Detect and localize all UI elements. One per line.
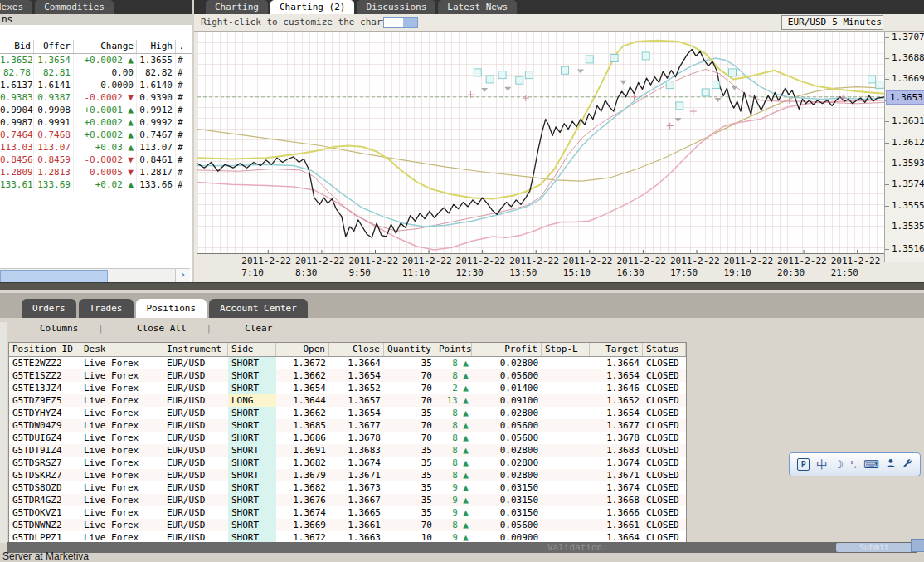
quote-row[interactable]: 0.99040.9908+0.0001 ▲0.9912# — [0, 104, 192, 116]
chart-tab-charting[interactable]: Charting — [206, 0, 268, 14]
position-cell-quantity: 35 — [384, 469, 435, 481]
positions-header-side[interactable]: Side — [228, 343, 276, 356]
positions-header-profit[interactable]: Profit — [472, 343, 542, 356]
position-cell-target: 1.3674 — [590, 457, 643, 469]
chart-link-icon[interactable]: # — [175, 66, 187, 79]
position-row[interactable]: G5TDNWNZ2Live ForexEUR/USDSHORT1.36691.3… — [9, 519, 686, 531]
positions-header-points[interactable]: Points — [435, 343, 472, 356]
position-row[interactable]: G5TDW04Z9Live ForexEUR/USDSHORT1.36851.3… — [9, 419, 686, 432]
quotes-header-change[interactable]: Change — [73, 40, 136, 53]
chart-link-icon[interactable]: # — [175, 141, 187, 154]
positions-header-target[interactable]: Target — [590, 343, 643, 356]
position-cell-instrument: EUR/USD — [163, 481, 228, 494]
positions-header-position-id[interactable]: Position ID — [9, 343, 80, 356]
positions-header-status[interactable]: Status — [643, 343, 686, 356]
quotes-header-[interactable]: . — [175, 40, 187, 53]
chart-tab-latest-news[interactable]: Latest News — [438, 0, 517, 14]
positions-header-desk[interactable]: Desk — [80, 343, 163, 356]
position-row[interactable]: G5TE1SZZ2Live ForexEUR/USDSHORT1.36621.3… — [9, 369, 686, 382]
scrollbar-thumb[interactable] — [0, 270, 108, 283]
chart-link-icon[interactable]: # — [175, 116, 187, 129]
action-columns[interactable]: Columns — [40, 318, 78, 340]
position-row[interactable]: G5TDUI6Z4Live ForexEUR/USDSHORT1.36861.3… — [9, 432, 686, 444]
position-cell-position-id: G5TDUI6Z4 — [9, 432, 80, 444]
collapsed-side-strip[interactable] — [0, 322, 7, 543]
position-row[interactable]: G5TDOKVZ1Live ForexEUR/USDSHORT1.36741.3… — [9, 506, 686, 519]
position-row[interactable]: G5TDYHYZ4Live ForexEUR/USDSHORT1.36621.3… — [9, 407, 686, 419]
instrument-label[interactable]: EUR/USD — [781, 15, 833, 30]
position-row[interactable]: G5TDT9IZ4Live ForexEUR/USDSHORT1.36911.3… — [9, 444, 686, 457]
left-tabbar: dexesCommodities — [0, 0, 192, 14]
chart-link-icon[interactable]: # — [175, 104, 187, 116]
keyboard-icon[interactable]: ⌨ — [863, 459, 879, 470]
positions-header-stop-l[interactable]: Stop-L — [542, 343, 590, 356]
chinese-mode-icon[interactable]: 中 — [816, 459, 827, 470]
positions-header-close[interactable]: Close — [329, 343, 384, 356]
user-icon[interactable] — [886, 458, 896, 471]
bottom-tab-orders[interactable]: Orders — [22, 299, 76, 318]
position-row[interactable]: G5TDZ9EZ5Live ForexEUR/USDLONG1.36441.36… — [9, 394, 686, 407]
chart-plot[interactable] — [197, 32, 884, 254]
validation-submit-button[interactable]: Submit — [836, 543, 912, 552]
action-close-all[interactable]: Close All — [137, 318, 187, 340]
position-cell-desk: Live Forex — [80, 469, 163, 481]
quote-row[interactable]: 1.28091.2813-0.0005 ▼1.2817# — [0, 166, 192, 178]
positions-header-open[interactable]: Open — [276, 343, 329, 356]
quotes-header-bid[interactable]: Bid — [0, 40, 33, 53]
chart-tab-discussions[interactable]: Discussions — [357, 0, 435, 14]
y-tick — [885, 184, 889, 185]
chart-link-icon[interactable]: # — [175, 166, 187, 178]
positions-header-quantity[interactable]: Quantity — [384, 343, 435, 356]
chart-link-icon[interactable]: # — [175, 54, 187, 66]
quotes-panel: dexesCommodities ns BidOfferChangeHigh. … — [0, 0, 192, 284]
offer-cell: 1.6141 — [33, 79, 73, 91]
positions-header-instrument[interactable]: Instrument — [163, 343, 228, 356]
position-row[interactable]: G5TDR4GZ2Live ForexEUR/USDSHORT1.36761.3… — [9, 494, 686, 506]
timeframe-label[interactable]: 5 Minutes — [831, 15, 883, 30]
quote-row[interactable]: 0.99870.9991+0.0002 ▲0.9992# — [0, 116, 192, 129]
chart-link-icon[interactable]: # — [175, 91, 187, 104]
quotes-hscrollbar[interactable]: › — [0, 268, 190, 283]
pinyin-indicator-icon[interactable]: P — [797, 458, 810, 471]
quote-row[interactable]: 1.36521.3654+0.0002 ▲1.3655# — [0, 54, 192, 66]
wrench-icon[interactable] — [902, 458, 912, 471]
left-tab-commodities[interactable]: Commodities — [35, 0, 114, 14]
chart-tab-charting-2[interactable]: Charting (2) — [270, 0, 354, 14]
quote-row[interactable]: 82.7882.810.0082.82# — [0, 66, 192, 79]
quote-row[interactable]: 0.93830.9387-0.0002 ▼0.9390# — [0, 91, 192, 104]
quote-row[interactable]: 1.61371.61410.00001.6140# — [0, 79, 192, 91]
position-cell-close: 1.3657 — [329, 394, 384, 407]
quote-row[interactable]: 133.61133.69+0.02 ▲133.66# — [0, 178, 192, 191]
chart-link-icon[interactable]: # — [175, 154, 187, 166]
x-axis-label: 2011-2-229:50 — [349, 256, 409, 279]
quotes-section-label: ns — [0, 14, 193, 25]
left-tab-dexes[interactable]: dexes — [0, 0, 32, 14]
change-cell: -0.0005 ▼ — [73, 166, 136, 178]
quote-row[interactable]: 0.84560.8459-0.0002 ▼0.8461# — [0, 154, 192, 166]
bottom-tab-account-center[interactable]: Account Center — [209, 299, 308, 318]
chart-link-icon[interactable]: # — [175, 178, 187, 191]
down-arrow-marker-icon — [675, 118, 682, 122]
position-cell-profit: 0.02800 — [472, 469, 542, 481]
quotes-header-high[interactable]: High — [136, 40, 175, 53]
chart-link-icon[interactable]: # — [175, 129, 187, 141]
scrollbar-right-arrow-icon[interactable]: › — [175, 269, 190, 282]
moon-icon[interactable]: ☽ — [834, 459, 844, 470]
punctuation-icon[interactable]: °, — [850, 459, 857, 470]
action-clear[interactable]: Clear — [245, 318, 272, 340]
chart-link-icon[interactable]: # — [175, 79, 187, 91]
bottom-tab-positions[interactable]: Positions — [136, 299, 207, 318]
position-cell-stop-l — [542, 494, 590, 506]
position-row[interactable]: G5TDSKRZ7Live ForexEUR/USDSHORT1.36791.3… — [9, 469, 686, 481]
position-row[interactable]: G5TE2WZZ2Live ForexEUR/USDSHORT1.36721.3… — [9, 357, 686, 369]
position-row[interactable]: G5TDS8OZDLive ForexEUR/USDSHORT1.36821.3… — [9, 481, 686, 494]
quotes-header-offer[interactable]: Offer — [33, 40, 73, 53]
quote-row[interactable]: 0.74640.7468+0.0002 ▲0.7467# — [0, 129, 192, 141]
position-cell-desk: Live Forex — [80, 407, 163, 419]
position-row[interactable]: G5TDSRSZ7Live ForexEUR/USDSHORT1.36821.3… — [9, 457, 686, 469]
bottom-tab-trades[interactable]: Trades — [79, 299, 134, 318]
position-cell-status: CLOSED — [643, 407, 686, 419]
position-row[interactable]: G5TE13JZ4Live ForexEUR/USDSHORT1.36541.3… — [9, 382, 686, 394]
quote-row[interactable]: 113.03113.07+0.03 ▲113.07# — [0, 141, 192, 154]
position-cell-quantity: 70 — [384, 394, 435, 407]
